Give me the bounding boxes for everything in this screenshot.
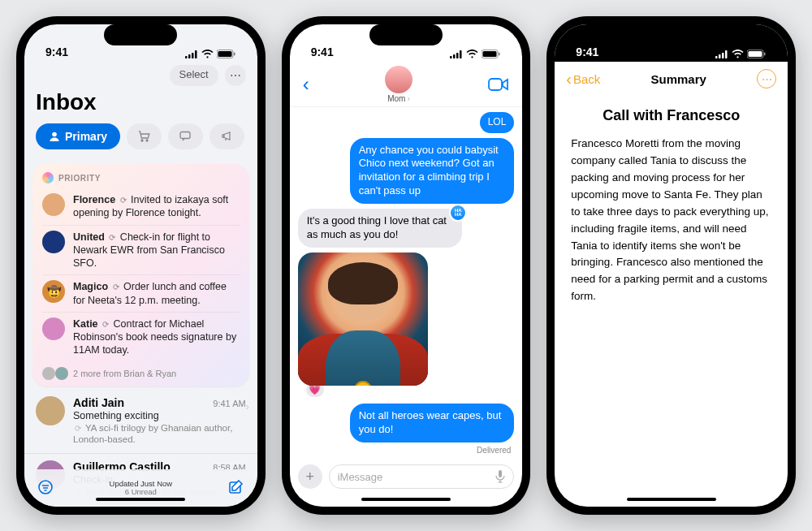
svg-point-9 bbox=[146, 140, 148, 141]
svg-rect-2 bbox=[192, 53, 194, 58]
category-primary[interactable]: Primary bbox=[36, 123, 120, 149]
summary-badge-icon: ⟳ bbox=[75, 424, 81, 434]
mail-subject: Something exciting bbox=[73, 410, 246, 421]
svg-rect-18 bbox=[483, 51, 497, 57]
more-options-button[interactable]: ⋯ bbox=[757, 69, 776, 88]
priority-label: PRIORITY bbox=[42, 172, 240, 183]
note-title: Call with Francesco bbox=[571, 107, 771, 124]
svg-rect-6 bbox=[234, 53, 235, 56]
avatar bbox=[385, 66, 412, 93]
svg-rect-13 bbox=[450, 56, 452, 58]
message-bubble-outgoing[interactable]: Any chance you could babysit Chico next … bbox=[350, 138, 515, 205]
chevron-right-icon: › bbox=[246, 401, 249, 412]
svg-rect-24 bbox=[722, 53, 724, 58]
chevron-right-icon: › bbox=[407, 94, 409, 103]
avatar bbox=[42, 231, 65, 253]
megaphone-icon bbox=[221, 131, 233, 142]
category-shopping[interactable] bbox=[127, 123, 162, 149]
svg-point-8 bbox=[141, 140, 143, 141]
compose-button[interactable] bbox=[228, 479, 244, 495]
priority-item[interactable]: United ⟳ Check-in for flight to Newark E… bbox=[42, 225, 240, 275]
signal-icon bbox=[185, 50, 198, 58]
message-input[interactable]: iMessage bbox=[329, 464, 515, 489]
avatar bbox=[36, 396, 65, 425]
summary-badge-icon: ⟳ bbox=[120, 195, 127, 205]
page-title: Inbox bbox=[36, 89, 246, 115]
video-call-button[interactable] bbox=[488, 77, 509, 92]
message-icon bbox=[179, 131, 192, 142]
wifi-icon bbox=[732, 50, 744, 58]
person-icon bbox=[49, 131, 60, 142]
back-button[interactable]: ‹ Back bbox=[566, 70, 600, 88]
svg-rect-1 bbox=[188, 54, 191, 58]
svg-rect-23 bbox=[719, 54, 721, 58]
battery-icon bbox=[217, 50, 236, 58]
status-time: 9:41 bbox=[576, 45, 598, 58]
signal-icon bbox=[450, 50, 463, 58]
svg-rect-19 bbox=[499, 53, 500, 56]
category-promotions[interactable] bbox=[209, 123, 244, 149]
back-button[interactable]: ‹ bbox=[303, 73, 309, 96]
priority-item[interactable]: Katie ⟳ Contract for Michael Robinson's … bbox=[42, 312, 240, 362]
chevron-left-icon: ‹ bbox=[566, 70, 572, 88]
avatar bbox=[42, 193, 65, 216]
filter-icon[interactable] bbox=[37, 479, 54, 495]
add-attachment-button[interactable]: + bbox=[298, 464, 322, 489]
mail-preview: ⟳ YA sci-fi trilogy by Ghanaian author, … bbox=[73, 422, 246, 446]
cart-icon bbox=[138, 131, 150, 142]
avatar bbox=[55, 367, 68, 380]
svg-rect-10 bbox=[180, 132, 190, 139]
contact-header[interactable]: Mom› bbox=[385, 66, 412, 103]
haha-reaction[interactable]: HA HA bbox=[449, 204, 467, 222]
battery-icon bbox=[482, 50, 501, 58]
battery-icon bbox=[747, 50, 767, 58]
note-body-text: Francesco Moretti from the moving compan… bbox=[571, 136, 771, 305]
microphone-icon[interactable] bbox=[495, 470, 505, 483]
svg-rect-3 bbox=[195, 50, 197, 58]
priority-more[interactable]: 2 more from Brian & Ryan bbox=[42, 362, 240, 380]
more-options-button[interactable]: ⋯ bbox=[225, 65, 246, 86]
svg-rect-14 bbox=[453, 54, 456, 58]
priority-item[interactable]: Florence ⟳ Invited to izakaya soft openi… bbox=[42, 188, 240, 225]
summary-badge-icon: ⟳ bbox=[109, 232, 115, 243]
svg-rect-21 bbox=[499, 470, 502, 477]
svg-point-7 bbox=[52, 132, 57, 137]
wifi-icon bbox=[466, 50, 478, 58]
message-image[interactable] bbox=[298, 253, 428, 386]
svg-rect-16 bbox=[460, 50, 462, 58]
mail-time: 9:41 AM bbox=[213, 399, 245, 408]
footer-unread: 6 Unread bbox=[110, 488, 173, 496]
svg-rect-27 bbox=[749, 51, 762, 57]
mail-sender: Aditi Jain bbox=[73, 396, 124, 409]
mail-list-item[interactable]: Aditi Jain 9:41 AM Something exciting ⟳ … bbox=[24, 390, 257, 454]
priority-card[interactable]: PRIORITY Florence ⟳ Invited to izakaya s… bbox=[32, 164, 249, 386]
summary-badge-icon: ⟳ bbox=[102, 319, 109, 330]
avatar bbox=[42, 367, 55, 380]
svg-point-11 bbox=[39, 481, 52, 494]
signal-icon bbox=[715, 50, 728, 58]
message-placeholder: iMessage bbox=[338, 471, 383, 483]
svg-rect-28 bbox=[764, 53, 766, 56]
svg-rect-5 bbox=[218, 51, 231, 57]
avatar: 🤠 bbox=[42, 280, 65, 303]
category-primary-label: Primary bbox=[65, 130, 107, 143]
delivered-label: Delivered bbox=[477, 446, 511, 455]
contact-name: Mom bbox=[387, 94, 405, 103]
wifi-icon bbox=[201, 50, 214, 58]
category-social[interactable] bbox=[168, 123, 203, 149]
svg-rect-0 bbox=[185, 56, 188, 58]
page-title: Summary bbox=[651, 72, 706, 86]
message-bubble-incoming[interactable]: It's a good thing I love that cat as muc… bbox=[298, 209, 463, 248]
priority-item[interactable]: 🤠 Magico ⟳ Order lunch and coffee for Ne… bbox=[42, 274, 240, 312]
message-bubble-outgoing[interactable]: Not all heroes wear capes, but you do! bbox=[350, 404, 515, 442]
svg-rect-15 bbox=[456, 53, 459, 58]
svg-rect-20 bbox=[489, 79, 502, 90]
mail-footer: Updated Just Now 6 Unread bbox=[24, 469, 257, 507]
status-time: 9:41 bbox=[311, 45, 334, 58]
svg-rect-22 bbox=[715, 56, 718, 58]
svg-rect-25 bbox=[725, 50, 728, 58]
message-bubble-outgoing[interactable]: LOL bbox=[480, 112, 515, 133]
select-button[interactable]: Select bbox=[170, 65, 218, 86]
sparkle-icon bbox=[42, 172, 54, 183]
avatar bbox=[42, 317, 65, 340]
